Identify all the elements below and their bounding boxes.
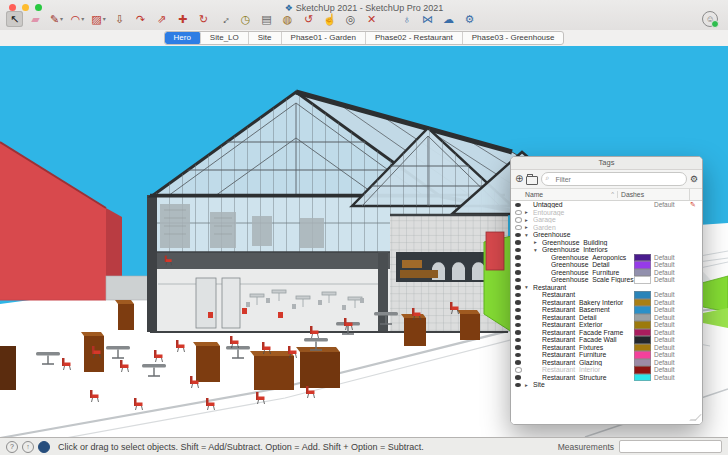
tag-row[interactable]: Restaurant_GlazingDefault xyxy=(511,359,702,367)
tag-row[interactable]: Restaurant_DetailDefault xyxy=(511,314,702,322)
add-tag-button[interactable]: ⊕ xyxy=(515,174,523,184)
folder-expand-icon[interactable]: ▸ xyxy=(534,239,542,245)
folder-expand-icon[interactable]: ▸ xyxy=(525,382,533,388)
eye-visible-icon[interactable] xyxy=(515,360,525,365)
eye-hidden-icon[interactable] xyxy=(515,210,525,216)
eye-visible-icon[interactable] xyxy=(515,278,525,283)
eye-visible-icon[interactable] xyxy=(515,240,525,245)
tag-row[interactable]: ▸Site xyxy=(511,381,702,389)
tag-row[interactable]: Restaurant_ExteriorDefault xyxy=(511,321,702,329)
tag-row[interactable]: ▾Greenhouse xyxy=(511,231,702,239)
line-tool[interactable]: ✎▾ xyxy=(48,11,65,27)
folder-collapse-icon[interactable]: ▾ xyxy=(525,232,533,238)
tag-row[interactable]: Restaurant_BasementDefault xyxy=(511,306,702,314)
add-location-tool[interactable]: ♁ xyxy=(398,11,415,27)
tags-details-icon[interactable]: ⚙ xyxy=(690,174,698,184)
tag-color-swatch[interactable] xyxy=(634,254,651,262)
app-badge-icon[interactable] xyxy=(38,441,50,453)
folder-collapse-icon[interactable]: ▾ xyxy=(525,284,533,290)
eye-visible-icon[interactable] xyxy=(515,263,525,268)
dashes-value[interactable]: Default xyxy=(654,314,690,321)
dashes-value[interactable]: Default xyxy=(654,254,690,261)
tag-color-swatch[interactable] xyxy=(634,366,651,374)
dashes-value[interactable]: Default xyxy=(654,201,690,208)
tag-color-swatch[interactable] xyxy=(634,321,651,329)
zoom-tool[interactable]: ◎ xyxy=(342,11,359,27)
extension-warehouse-tool[interactable]: ⚙ xyxy=(461,11,478,27)
measurements-input[interactable] xyxy=(619,440,722,453)
eye-visible-icon[interactable] xyxy=(515,323,525,328)
push-pull-tool[interactable]: ⇩ xyxy=(111,11,128,27)
dashes-value[interactable]: Default xyxy=(654,321,690,328)
tag-color-swatch[interactable] xyxy=(634,291,651,299)
eye-visible-icon[interactable] xyxy=(515,255,525,260)
tag-color-swatch[interactable] xyxy=(634,276,651,284)
name-column-header[interactable]: Name^ xyxy=(525,191,617,198)
eye-visible-icon[interactable] xyxy=(515,233,525,238)
tag-row[interactable]: ▾Restaurant xyxy=(511,284,702,292)
tag-color-swatch[interactable] xyxy=(634,261,651,269)
dashes-value[interactable]: Default xyxy=(654,299,690,306)
rotate-tool[interactable]: ↻ xyxy=(195,11,212,27)
tag-filter-input[interactable] xyxy=(541,172,687,186)
eye-visible-icon[interactable] xyxy=(515,293,525,298)
add-tag-folder-button[interactable] xyxy=(526,176,538,185)
eye-hidden-icon[interactable] xyxy=(515,367,525,373)
tag-row[interactable]: UntaggedDefault✎ xyxy=(511,201,702,209)
eye-visible-icon[interactable] xyxy=(515,345,525,350)
shapes-tool[interactable]: ▨▾ xyxy=(90,11,107,27)
eye-visible-icon[interactable] xyxy=(515,270,525,275)
folder-expand-icon[interactable]: ▸ xyxy=(525,224,533,230)
eye-visible-icon[interactable] xyxy=(515,203,525,208)
tag-color-swatch[interactable] xyxy=(634,306,651,314)
arc-dropdown-icon[interactable]: ▾ xyxy=(81,11,84,27)
dashes-value[interactable]: Default xyxy=(654,351,690,358)
eye-visible-icon[interactable] xyxy=(515,308,525,313)
tag-row[interactable]: Restaurant_FurnitureDefault xyxy=(511,351,702,359)
dashes-value[interactable]: Default xyxy=(654,269,690,276)
scene-tab-phase02-restaurant[interactable]: Phase02 - Restaurant xyxy=(366,32,463,44)
dashes-value[interactable]: Default xyxy=(654,276,690,283)
dashes-value[interactable]: Default xyxy=(654,366,690,373)
tag-row[interactable]: Restaurant_Bakery InteriorDefault xyxy=(511,299,702,307)
tag-row[interactable]: RestaurantDefault xyxy=(511,291,702,299)
tag-row[interactable]: Restaurant_InteriorDefault xyxy=(511,366,702,374)
zoom-extents-tool[interactable]: ✕ xyxy=(363,11,380,27)
scale-tool[interactable]: ↔ xyxy=(216,11,233,27)
dashes-value[interactable]: Default xyxy=(654,291,690,298)
tag-color-swatch[interactable] xyxy=(634,351,651,359)
tag-row[interactable]: Greenhouse_AeroponicsDefault xyxy=(511,254,702,262)
dashes-column-header[interactable]: Dashes xyxy=(617,191,689,198)
tag-row[interactable]: Restaurant_Facade WallDefault xyxy=(511,336,702,344)
dashes-value[interactable]: Default xyxy=(654,359,690,366)
scene-tab-site-lo[interactable]: Site_LO xyxy=(201,32,249,44)
tag-color-swatch[interactable] xyxy=(634,329,651,337)
line-dropdown-icon[interactable]: ▾ xyxy=(60,11,63,27)
tape-measure-tool[interactable]: ◷ xyxy=(237,11,254,27)
tag-color-swatch[interactable] xyxy=(634,336,651,344)
text-tool[interactable]: ▤ xyxy=(258,11,275,27)
offset-tool[interactable]: ⇗ xyxy=(153,11,170,27)
eye-visible-icon[interactable] xyxy=(515,353,525,358)
eye-visible-icon[interactable] xyxy=(515,315,525,320)
account-icon[interactable]: ☺ xyxy=(702,11,718,27)
eye-visible-icon[interactable] xyxy=(515,248,525,253)
tag-color-swatch[interactable] xyxy=(634,269,651,277)
dashes-value[interactable]: Default xyxy=(654,344,690,351)
geolocate-circle-icon[interactable]: ↑ xyxy=(22,441,34,453)
arc-tool[interactable]: ◠▾ xyxy=(69,11,86,27)
panel-resize-handle[interactable] xyxy=(689,414,702,420)
tag-row[interactable]: Greenhouse_DetailDefault xyxy=(511,261,702,269)
follow-me-tool[interactable]: ↷ xyxy=(132,11,149,27)
dashes-value[interactable]: Default xyxy=(654,329,690,336)
share-model-tool[interactable]: ☁ xyxy=(440,11,457,27)
pan-tool[interactable]: ☝ xyxy=(321,11,338,27)
eraser-tool[interactable]: ▰ xyxy=(27,11,44,27)
tag-color-swatch[interactable] xyxy=(634,344,651,352)
tag-color-swatch[interactable] xyxy=(634,299,651,307)
orbit-tool[interactable]: ↺ xyxy=(300,11,317,27)
select-tool[interactable]: ↖ xyxy=(6,11,23,27)
eye-visible-icon[interactable] xyxy=(515,375,525,380)
eye-visible-icon[interactable] xyxy=(515,330,525,335)
dashes-value[interactable]: Default xyxy=(654,306,690,313)
